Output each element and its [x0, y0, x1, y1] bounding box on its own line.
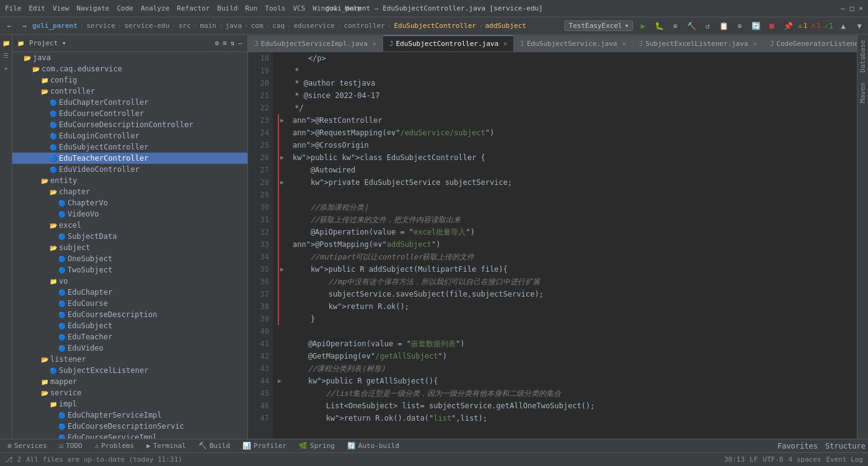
- gutter-icon[interactable]: ▶: [278, 375, 290, 387]
- tree-item[interactable]: 📂com.caq.eduservice: [12, 63, 247, 74]
- pin-button[interactable]: 📌: [782, 20, 794, 32]
- collapse-button[interactable]: ▼: [853, 20, 866, 32]
- tree-item[interactable]: 📂entity: [12, 175, 247, 186]
- close-button[interactable]: ×: [859, 4, 863, 12]
- coverage-button[interactable]: ⊕: [669, 20, 681, 32]
- tree-item[interactable]: 🔵EduTeacher: [12, 331, 247, 343]
- event-log[interactable]: Event Log: [826, 455, 863, 464]
- menu-item-run[interactable]: Run: [245, 4, 257, 12]
- debug-button[interactable]: 🐛: [653, 20, 665, 32]
- breadcrumb-item-8[interactable]: eduservice: [294, 22, 335, 30]
- settings-button[interactable]: ⊕: [733, 20, 746, 32]
- build-button[interactable]: 🔨: [685, 20, 698, 32]
- tab-0-close[interactable]: ×: [373, 40, 376, 47]
- menu-item-view[interactable]: View: [53, 4, 69, 12]
- tool-spring[interactable]: 🌿 Spring: [294, 441, 340, 451]
- tree-item[interactable]: 📂subject: [12, 242, 247, 253]
- tree-item[interactable]: 🔵EduLoginController: [12, 130, 247, 141]
- tree-item[interactable]: 📂listener: [12, 354, 247, 365]
- menu-item-vcs[interactable]: VCS: [293, 4, 305, 12]
- gutter-icon[interactable]: ▶: [280, 114, 293, 127]
- run-button[interactable]: ▶: [637, 20, 649, 32]
- gutter-icon[interactable]: ▶: [280, 263, 293, 276]
- code-area[interactable]: </p> * * @author testjava * @since 2022-…: [273, 52, 857, 439]
- favorites-icon[interactable]: ★: [1, 62, 12, 73]
- structure-icon[interactable]: ☰: [1, 50, 12, 61]
- breadcrumb-item-2[interactable]: service-edu: [124, 22, 169, 30]
- tree-item[interactable]: 🔵EduVideo: [12, 343, 247, 354]
- breadcrumb-item-9[interactable]: controller: [344, 22, 385, 30]
- menu-item-tools[interactable]: Tools: [265, 4, 285, 12]
- tree-item[interactable]: 🔵EduSubject: [12, 320, 247, 331]
- tree-item[interactable]: 🔵EduChapter: [12, 287, 247, 298]
- run-config-selector[interactable]: TestEasyExcel ▾: [564, 20, 633, 31]
- tree-item[interactable]: 🔵EduVideoController: [12, 164, 247, 175]
- tree-item[interactable]: 🔵EduCourse: [12, 298, 247, 309]
- stop-button[interactable]: ⏹: [766, 20, 778, 32]
- menu-item-analyze[interactable]: Analyze: [141, 4, 169, 12]
- breadcrumb-item-6[interactable]: com: [251, 22, 264, 30]
- tool-autobuild[interactable]: 🔄 Auto-build: [342, 441, 404, 451]
- minimize-button[interactable]: –: [841, 4, 845, 12]
- gutter-icon[interactable]: ▶: [280, 176, 293, 189]
- breadcrumb-item-4[interactable]: main: [200, 22, 216, 30]
- tree-item[interactable]: 📁mapper: [12, 376, 247, 387]
- tree-item[interactable]: 🔵EduCourseServiceImpl: [12, 432, 247, 439]
- breadcrumb-item-7[interactable]: caq: [272, 22, 285, 30]
- tree-settings-icon[interactable]: ⚙: [215, 39, 219, 47]
- tree-item[interactable]: 🔵EduChapterServiceImpl: [12, 410, 247, 421]
- expand-button[interactable]: ▲: [837, 20, 849, 32]
- gutter-icon[interactable]: ▶: [280, 151, 293, 164]
- tree-item[interactable]: 🔵SubjectData: [12, 231, 247, 242]
- tree-sort-icon[interactable]: ⇅: [231, 39, 235, 47]
- tab-2-close[interactable]: ×: [622, 40, 626, 47]
- copy-button[interactable]: 📋: [717, 20, 730, 32]
- breadcrumb-item-10[interactable]: EduSubjectController: [394, 22, 476, 30]
- tree-item[interactable]: 🔵EduTeacherController: [12, 153, 247, 164]
- tool-problems[interactable]: ⚠ Problems: [90, 441, 140, 451]
- maven-label[interactable]: Maven: [857, 78, 868, 108]
- tree-item[interactable]: 🔵EduSubjectController: [12, 141, 247, 153]
- tool-profiler[interactable]: 📊 Profiler: [237, 441, 291, 451]
- tab-1-close[interactable]: ×: [503, 40, 507, 47]
- tree-collapse-icon[interactable]: ≡: [223, 39, 227, 47]
- tree-item[interactable]: 📁impl: [12, 398, 247, 410]
- menu-item-code[interactable]: Code: [117, 4, 133, 12]
- tab-2[interactable]: I EduSubjectService.java ×: [514, 35, 632, 52]
- tree-header-icons[interactable]: ⚙ ≡ ⇅ –: [215, 39, 243, 47]
- tree-item[interactable]: 📂chapter: [12, 186, 247, 197]
- reload-button[interactable]: ↺: [701, 20, 714, 32]
- tree-gear-icon[interactable]: –: [238, 39, 242, 47]
- window-controls[interactable]: – □ ×: [841, 4, 863, 12]
- structure-bottom-label[interactable]: Structure: [825, 442, 866, 450]
- tree-item[interactable]: 🔵TwoSubject: [12, 264, 247, 276]
- breadcrumb-item-1[interactable]: service: [86, 22, 115, 30]
- tool-build[interactable]: 🔨 Build: [193, 441, 235, 451]
- tool-terminal[interactable]: ▶ Terminal: [141, 441, 191, 451]
- tree-item[interactable]: 🔵EduCourseDescription: [12, 309, 247, 320]
- breadcrumb-item-3[interactable]: src: [179, 22, 191, 30]
- favorites-label[interactable]: Favorites: [777, 442, 818, 450]
- menu-item-navigate[interactable]: Navigate: [77, 4, 110, 12]
- back-button[interactable]: ←: [2, 19, 16, 33]
- refresh-button[interactable]: 🔄: [750, 20, 762, 32]
- tab-3[interactable]: J SubjectExcelListener.java ×: [632, 35, 763, 52]
- breadcrumb-item-11[interactable]: addSubject: [485, 22, 526, 30]
- tree-item[interactable]: 🔵SubjectExcelListener: [12, 365, 247, 376]
- menu-bar[interactable]: File Edit View Navigate Code Analyze Ref…: [5, 4, 361, 12]
- tree-item[interactable]: 🔵OneSubject: [12, 253, 247, 264]
- maximize-button[interactable]: □: [850, 4, 854, 12]
- tree-item[interactable]: 📂excel: [12, 220, 247, 231]
- tool-services[interactable]: ⚙ Services: [2, 441, 52, 451]
- tree-item[interactable]: 🔵EduCourseDescriptionServic: [12, 421, 247, 432]
- run-config-dropdown-icon[interactable]: ▾: [624, 22, 629, 30]
- tree-item[interactable]: 🔵EduChapterController: [12, 97, 247, 108]
- forward-button[interactable]: →: [17, 19, 31, 33]
- menu-item-build[interactable]: Build: [217, 4, 237, 12]
- tree-item[interactable]: 📂controller: [12, 86, 247, 97]
- tree-item[interactable]: 📂java: [12, 52, 247, 63]
- tree-item[interactable]: 📁config: [12, 74, 247, 86]
- tab-3-close[interactable]: ×: [753, 40, 757, 47]
- tree-item[interactable]: 📁vo: [12, 276, 247, 287]
- tree-item[interactable]: 📂service: [12, 387, 247, 398]
